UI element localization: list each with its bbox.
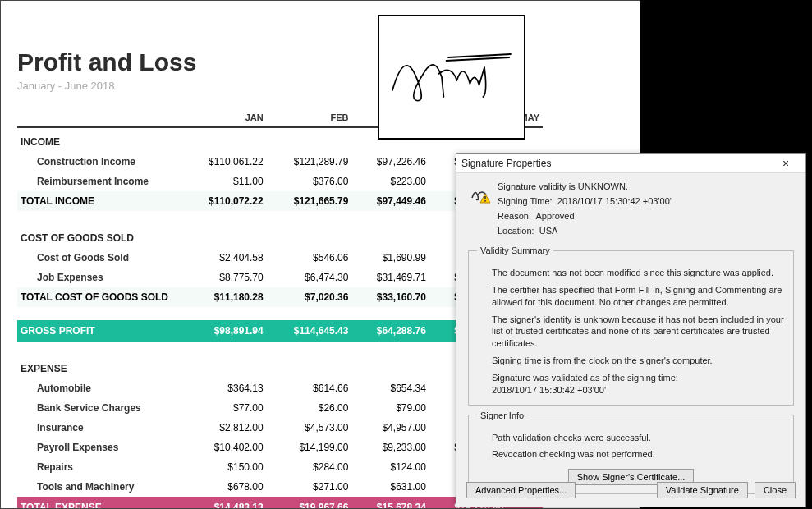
si-line-1: Path validation checks were successful. bbox=[492, 432, 785, 444]
cell-value: $77.00 bbox=[181, 398, 267, 418]
cell-value: $11,180.28 bbox=[181, 287, 267, 307]
dialog-title: Signature Properties bbox=[461, 158, 551, 169]
cell-value: $33,160.70 bbox=[351, 287, 429, 307]
cell-value: $546.06 bbox=[267, 248, 352, 268]
cell-value: $110,072.22 bbox=[181, 191, 267, 211]
cell-value: $121,289.79 bbox=[267, 152, 352, 172]
signer-info-title: Signer Info bbox=[477, 410, 527, 420]
svg-rect-2 bbox=[484, 200, 486, 202]
row-label: Tools and Machinery bbox=[17, 477, 181, 497]
signature-properties-dialog: Signature Properties × Signature validit… bbox=[456, 153, 806, 507]
location-value: USA bbox=[539, 226, 558, 236]
signature-glyph bbox=[386, 28, 517, 126]
cell-value: $114,645.43 bbox=[267, 320, 352, 342]
cell-value bbox=[351, 355, 429, 378]
cell-value: $9,233.00 bbox=[351, 438, 429, 457]
cell-value bbox=[267, 127, 352, 152]
cell-value: $654.34 bbox=[351, 378, 429, 398]
advanced-properties-button[interactable]: Advanced Properties... bbox=[466, 482, 576, 498]
cell-value: $376.00 bbox=[267, 172, 352, 191]
cell-value: $4,957.00 bbox=[351, 418, 429, 438]
validity-summary-group: Validity Summary The document has not be… bbox=[468, 245, 794, 406]
vs-line-5: Signature was validated as of the signin… bbox=[492, 372, 785, 397]
row-label: Automobile bbox=[17, 378, 181, 398]
validate-signature-button[interactable]: Validate Signature bbox=[657, 482, 748, 498]
row-label: EXPENSE bbox=[17, 355, 181, 378]
cell-value: $10,402.00 bbox=[181, 438, 267, 457]
reason-value: Approved bbox=[536, 211, 575, 221]
validity-text: Signature validity is UNKNOWN. bbox=[498, 181, 794, 191]
cell-value: $64,288.76 bbox=[351, 320, 429, 342]
validity-summary-title: Validity Summary bbox=[477, 245, 553, 255]
vs-line-4: Signing time is from the clock on the si… bbox=[492, 355, 785, 367]
cell-value: $7,020.36 bbox=[267, 287, 352, 307]
cell-value: $8,775.70 bbox=[181, 268, 267, 287]
cell-value: $110,061.22 bbox=[181, 152, 267, 172]
cell-value: $271.00 bbox=[267, 477, 352, 497]
cell-value: $121,665.79 bbox=[267, 191, 352, 211]
location-label: Location: bbox=[498, 226, 534, 236]
vs-line-2: The certifier has specified that Form Fi… bbox=[492, 284, 785, 309]
signature-status-icon bbox=[468, 181, 489, 203]
reason-label: Reason: bbox=[498, 211, 531, 221]
row-label: COST OF GOODS SOLD bbox=[17, 224, 181, 248]
cell-value: $97,226.46 bbox=[351, 152, 429, 172]
row-label: Payroll Expenses bbox=[17, 438, 181, 457]
row-label: Repairs bbox=[17, 457, 181, 477]
cell-value: $631.00 bbox=[351, 477, 429, 497]
signing-time-label: Signing Time: bbox=[498, 196, 553, 206]
cell-value: $19,967.66 bbox=[267, 497, 352, 509]
cell-value: $678.00 bbox=[181, 477, 267, 497]
row-label: TOTAL INCOME bbox=[17, 191, 181, 211]
close-button[interactable]: Close bbox=[755, 482, 796, 498]
cell-value: $2,404.58 bbox=[181, 248, 267, 268]
row-label: Construction Income bbox=[17, 152, 181, 172]
cell-value: $2,812.00 bbox=[181, 418, 267, 438]
close-icon[interactable]: × bbox=[771, 157, 801, 170]
row-label: GROSS PROFIT bbox=[17, 320, 181, 342]
cell-value: $614.66 bbox=[267, 378, 352, 398]
cell-value: $97,449.46 bbox=[351, 191, 429, 211]
cell-value: $4,573.00 bbox=[267, 418, 352, 438]
cell-value: $223.00 bbox=[351, 172, 429, 191]
cell-value: $26.00 bbox=[267, 398, 352, 418]
row-label: Cost of Goods Sold bbox=[17, 248, 181, 268]
cell-value: $150.00 bbox=[181, 457, 267, 477]
signature-field[interactable] bbox=[378, 15, 525, 140]
cell-value bbox=[181, 224, 267, 248]
cell-value bbox=[267, 224, 352, 248]
row-label: Insurance bbox=[17, 418, 181, 438]
cell-value: $284.00 bbox=[267, 457, 352, 477]
cell-value: $1,690.99 bbox=[351, 248, 429, 268]
cell-value: $15,678.34 bbox=[351, 497, 429, 509]
cell-value: $124.00 bbox=[351, 457, 429, 477]
report-title: Profit and Loss bbox=[17, 48, 623, 76]
cell-value: $14,199.00 bbox=[267, 438, 352, 457]
dialog-titlebar[interactable]: Signature Properties × bbox=[456, 154, 805, 173]
cell-value: $11.00 bbox=[181, 172, 267, 191]
cell-value: $31,469.71 bbox=[351, 268, 429, 287]
cell-value: $98,891.94 bbox=[181, 320, 267, 342]
cell-value bbox=[181, 127, 267, 152]
cell-value bbox=[267, 355, 352, 378]
row-label: Reimbursement Income bbox=[17, 172, 181, 191]
row-label: INCOME bbox=[17, 127, 181, 152]
vs-line-3: The signer's identity is unknown because… bbox=[492, 314, 785, 351]
col-jan: JAN bbox=[181, 108, 267, 127]
row-label: Bank Service Charges bbox=[17, 398, 181, 418]
si-line-2: Revocation checking was not performed. bbox=[492, 448, 785, 461]
col-feb: FEB bbox=[267, 108, 352, 127]
row-label: TOTAL COST OF GOODS SOLD bbox=[17, 287, 181, 307]
cell-value: $364.13 bbox=[181, 378, 267, 398]
cell-value bbox=[181, 355, 267, 378]
cell-value: $79.00 bbox=[351, 398, 429, 418]
cell-value bbox=[351, 224, 429, 248]
signing-time-value: 2018/10/17 15:30:42 +03'00' bbox=[557, 196, 672, 206]
row-label: TOTAL EXPENSE bbox=[17, 497, 181, 509]
vs-line-1: The document has not been modified since… bbox=[492, 267, 785, 279]
report-subtitle: January - June 2018 bbox=[17, 80, 623, 92]
row-label: Job Expenses bbox=[17, 268, 181, 287]
cell-value: $6,474.30 bbox=[267, 268, 352, 287]
svg-rect-1 bbox=[484, 196, 486, 199]
cell-value: $14,483.13 bbox=[181, 497, 267, 509]
